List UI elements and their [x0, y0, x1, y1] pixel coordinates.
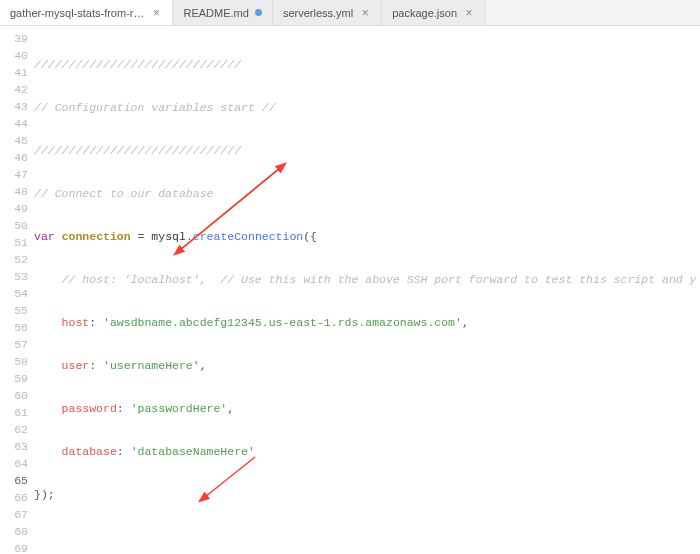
- comment: // Configuration variables start //: [34, 101, 276, 114]
- comment: // host: 'localhost', // Use this with t…: [34, 273, 697, 286]
- code-line: database: 'databaseNameHere': [34, 443, 697, 460]
- tab-label: package.json: [392, 7, 457, 19]
- code-content[interactable]: ////////////////////////////// // Config…: [34, 26, 697, 554]
- blank-line: [34, 529, 697, 546]
- tab-label: README.md: [183, 7, 248, 19]
- tab-label: serverless.yml: [283, 7, 353, 19]
- code-line: password: 'passwordHere',: [34, 400, 697, 417]
- tab-package[interactable]: package.json ×: [382, 0, 486, 25]
- code-line: user: 'usernameHere',: [34, 357, 697, 374]
- code-line: host: 'awsdbname.abcdefg12345.us-east-1.…: [34, 314, 697, 331]
- tab-readme[interactable]: README.md: [173, 0, 272, 25]
- comment: //////////////////////////////: [34, 58, 241, 71]
- tab-gather-mysql[interactable]: gather-mysql-stats-from-r… ×: [0, 0, 173, 25]
- tabs-bar: gather-mysql-stats-from-r… × README.md s…: [0, 0, 700, 26]
- code-line: });: [34, 488, 55, 501]
- tab-label: gather-mysql-stats-from-r…: [10, 7, 144, 19]
- close-icon[interactable]: ×: [150, 7, 162, 19]
- close-icon[interactable]: ×: [463, 7, 475, 19]
- tab-serverless[interactable]: serverless.yml ×: [273, 0, 382, 25]
- close-icon[interactable]: ×: [359, 7, 371, 19]
- comment: //////////////////////////////: [34, 144, 241, 157]
- code-line: var connection = mysql.createConnection(…: [34, 228, 697, 245]
- comment: // Connect to our database: [34, 187, 213, 200]
- modified-dot-icon: [255, 9, 262, 16]
- line-gutter: 3940414243444546474849505152535455565758…: [0, 26, 34, 554]
- editor-area[interactable]: 3940414243444546474849505152535455565758…: [0, 26, 700, 554]
